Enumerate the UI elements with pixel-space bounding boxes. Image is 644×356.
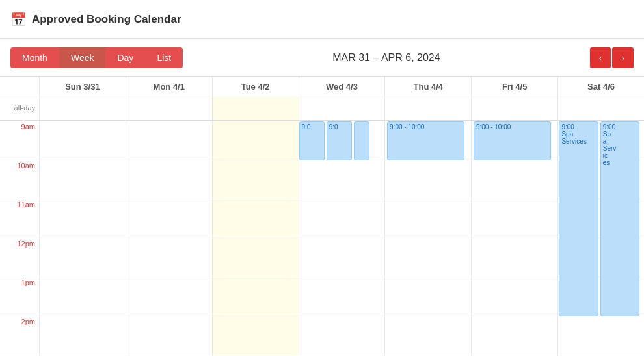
time-cell-row3-col0[interactable] <box>39 199 126 238</box>
event-block[interactable]: 9:00 - 10:00 <box>474 121 551 160</box>
date-range-label: MAR 31 – APR 6, 2024 <box>183 52 589 64</box>
time-cell-row5-col0[interactable] <box>39 277 126 316</box>
day-header-fri: Fri 4/5 <box>471 77 557 97</box>
time-cell-row2-col4[interactable] <box>384 160 471 199</box>
app-title: Approved Booking Calendar <box>32 13 181 26</box>
time-cell-row1-col2[interactable] <box>212 121 299 160</box>
day-header-sat: Sat 4/6 <box>557 77 644 97</box>
time-cell-row6-col6[interactable] <box>557 316 644 355</box>
allday-cell-mon <box>126 97 212 120</box>
allday-cell-tue <box>212 97 299 120</box>
day-header-wed: Wed 4/3 <box>299 77 385 97</box>
time-cell-row6-col4[interactable] <box>384 316 471 355</box>
time-cell-row5-col1[interactable] <box>126 277 212 316</box>
time-cell-row2-col0[interactable] <box>39 160 126 199</box>
time-cell-row6-col2[interactable] <box>212 316 299 355</box>
time-cell-row3-col1[interactable] <box>126 199 212 238</box>
time-cell-row1-col1[interactable] <box>126 121 212 160</box>
week-view-button[interactable]: Week <box>59 47 106 68</box>
toolbar: Month Week Day List MAR 31 – APR 6, 2024… <box>0 39 644 77</box>
time-cell-row3-col2[interactable] <box>212 199 299 238</box>
event-block-sat1[interactable]: 9:00 Spa Services <box>559 121 598 316</box>
time-cell-row3-col4[interactable] <box>384 199 471 238</box>
allday-cell-fri <box>471 97 557 120</box>
day-header-thu: Thu 4/4 <box>384 77 471 97</box>
time-label-9am: 9am <box>0 121 39 160</box>
time-cell-row5-col4[interactable] <box>384 277 471 316</box>
time-cell-row2-col2[interactable] <box>212 160 299 199</box>
calendar-icon: 📅 <box>10 12 27 27</box>
day-header-sun: Sun 3/31 <box>39 77 126 97</box>
time-cell-row5-col3[interactable] <box>299 277 385 316</box>
time-cell-row4-col2[interactable] <box>212 238 299 277</box>
time-cell-row4-col4[interactable] <box>384 238 471 277</box>
time-cell-row1-col3[interactable]: 9:09:0 <box>299 121 385 160</box>
day-view-button[interactable]: Day <box>105 47 145 68</box>
allday-cell-thu <box>384 97 471 120</box>
time-cell-row1-col4[interactable]: 9:00 - 10:00 <box>384 121 471 160</box>
time-cell-row2-col3[interactable] <box>299 160 385 199</box>
time-cell-row2-col5[interactable] <box>471 160 557 199</box>
time-label-1pm: 1pm <box>0 277 39 316</box>
time-label-11am: 11am <box>0 199 39 238</box>
day-header-tue: Tue 4/2 <box>212 77 299 97</box>
event-block-sat2[interactable]: 9:00 Sp a Serv ic es <box>600 121 640 316</box>
next-nav-button[interactable]: › <box>612 47 634 68</box>
event-block[interactable] <box>354 121 369 160</box>
time-cell-row4-col5[interactable] <box>471 238 557 277</box>
day-headers-row: Sun 3/31 Mon 4/1 Tue 4/2 Wed 4/3 Thu 4/4… <box>0 77 644 97</box>
time-cell-row5-col2[interactable] <box>212 277 299 316</box>
time-label-10am: 10am <box>0 160 39 199</box>
time-cell-row3-col5[interactable] <box>471 199 557 238</box>
time-cell-row1-col0[interactable] <box>39 121 126 160</box>
time-cell-row1-col6[interactable]: 9:00 Spa Services9:00 Sp a Serv ic es <box>557 121 644 160</box>
time-label-12pm: 12pm <box>0 238 39 277</box>
allday-cell-sat <box>557 97 644 120</box>
app-header: 📅 Approved Booking Calendar <box>0 0 644 39</box>
time-cell-row4-col1[interactable] <box>126 238 212 277</box>
time-cell-row6-col5[interactable] <box>471 316 557 355</box>
time-cell-row2-col1[interactable] <box>126 160 212 199</box>
prev-nav-button[interactable]: ‹ <box>590 47 611 68</box>
calendar-wrapper: Sun 3/31 Mon 4/1 Tue 4/2 Wed 4/3 Thu 4/4… <box>0 77 644 356</box>
time-label-2pm: 2pm <box>0 316 39 355</box>
view-buttons: Month Week Day List <box>10 47 183 68</box>
event-block[interactable]: 9:0 <box>299 121 325 160</box>
allday-cell-sun <box>39 97 126 120</box>
calendar-main: Sun 3/31 Mon 4/1 Tue 4/2 Wed 4/3 Thu 4/4… <box>0 77 644 356</box>
event-block[interactable]: 9:0 <box>327 121 353 160</box>
time-cell-row6-col0[interactable] <box>39 316 126 355</box>
day-header-mon: Mon 4/1 <box>126 77 212 97</box>
time-cell-row3-col3[interactable] <box>299 199 385 238</box>
allday-label: all-day <box>0 97 39 120</box>
time-cell-row6-col3[interactable] <box>299 316 385 355</box>
time-cell-row1-col5[interactable]: 9:00 - 10:00 <box>471 121 557 160</box>
nav-buttons: ‹ › <box>590 47 634 68</box>
time-cell-row5-col5[interactable] <box>471 277 557 316</box>
allday-cell-wed <box>299 97 385 120</box>
time-grid: 8am9am9:09:09:00 - 10:009:00 - 10:009:00… <box>0 121 644 356</box>
time-grid-scroll[interactable]: 8am9am9:09:09:00 - 10:009:00 - 10:009:00… <box>0 121 644 356</box>
time-cell-row4-col0[interactable] <box>39 238 126 277</box>
time-cell-row4-col3[interactable] <box>299 238 385 277</box>
time-cell-row6-col1[interactable] <box>126 316 212 355</box>
time-gutter-header <box>0 77 39 97</box>
allday-row: all-day <box>0 97 644 121</box>
event-block[interactable]: 9:00 - 10:00 <box>387 121 464 160</box>
list-view-button[interactable]: List <box>145 47 183 68</box>
month-view-button[interactable]: Month <box>10 47 59 68</box>
